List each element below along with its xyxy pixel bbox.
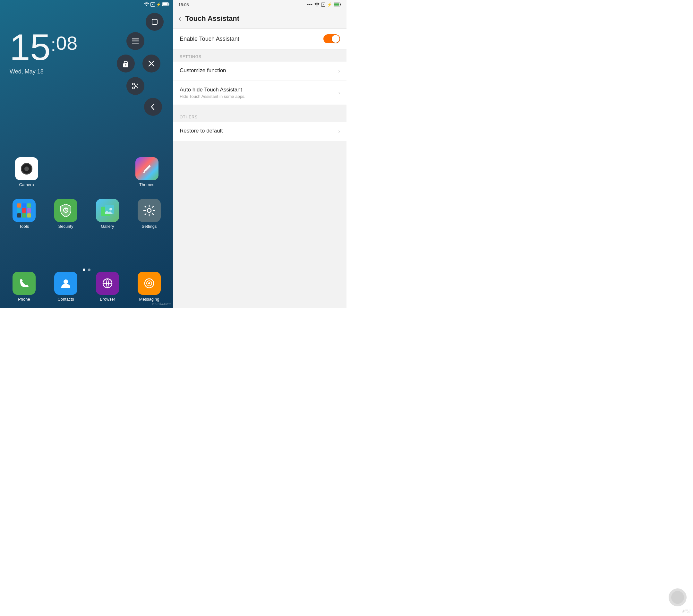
restore-default-title: Restore to default <box>180 128 335 134</box>
status-icons-right: ••• ✕ ⚡ <box>307 2 341 7</box>
contacts-icon <box>54 272 77 295</box>
back-button[interactable]: ‹ <box>178 14 181 24</box>
flash-icon-right: ⚡ <box>327 2 332 7</box>
auto-hide-subtitle: Hide Touch Assistant in some apps. <box>180 94 335 99</box>
page-dot-2[interactable] <box>88 269 91 271</box>
customize-function-content: Customize function <box>180 67 335 75</box>
messaging-label: Messaging <box>139 297 159 302</box>
page-dots <box>83 269 91 271</box>
app-item-contacts[interactable]: Contacts <box>53 272 79 302</box>
flash-icon: ⚡ <box>156 2 161 7</box>
settings-section: SETTINGS Customize function › Auto hide … <box>173 49 346 105</box>
settings-header: ‹ Touch Assistant <box>173 9 346 28</box>
settings-section-header: SETTINGS <box>173 49 346 62</box>
ta-menu-button[interactable] <box>126 32 144 50</box>
svg-rect-2 <box>169 3 170 5</box>
customize-function-row[interactable]: Customize function › <box>173 62 346 81</box>
app-row-1: Camera Themes <box>6 157 167 187</box>
status-bar-left: ✕ ⚡ <box>0 0 173 9</box>
svg-line-16 <box>137 84 138 85</box>
contacts-label: Contacts <box>57 297 74 302</box>
app-row-2: Tools Security <box>3 199 170 229</box>
camera-icon <box>15 157 38 180</box>
ta-square-button[interactable] <box>146 13 164 31</box>
svg-point-29 <box>317 5 318 6</box>
chevron-icon-1: › <box>338 68 340 75</box>
time-colon: : <box>51 34 56 56</box>
svg-rect-32 <box>334 3 339 6</box>
settings-icon <box>138 199 161 222</box>
app-item-browser[interactable]: Browser <box>95 272 120 302</box>
svg-rect-3 <box>163 3 168 5</box>
app-item-gallery[interactable]: Gallery <box>95 199 120 229</box>
settings-rows: Customize function › Auto hide Touch Ass… <box>173 62 346 105</box>
ta-close-button[interactable] <box>142 55 160 73</box>
touch-assistant-settings: 15:08 ••• ✕ ⚡ ‹ Touch Assistant Enable T… <box>173 0 346 308</box>
x-icon: ✕ <box>151 2 155 7</box>
time-display: 15 : 08 Wed, May 18 <box>9 29 77 75</box>
themes-label: Themes <box>139 182 154 187</box>
app-item-phone[interactable]: Phone <box>11 272 37 302</box>
app-item-settings[interactable]: Settings <box>136 199 162 229</box>
enable-touch-assistant-row[interactable]: Enable Touch Assistant <box>173 28 346 49</box>
auto-hide-row[interactable]: Auto hide Touch Assistant Hide Touch Ass… <box>173 81 346 105</box>
date-display: Wed, May 18 <box>9 68 77 75</box>
svg-line-14 <box>134 85 138 88</box>
app-item-tools[interactable]: Tools <box>11 199 37 229</box>
tools-label: Tools <box>19 224 29 229</box>
chevron-icon-3: › <box>338 128 340 135</box>
page-dot-1[interactable] <box>83 269 85 271</box>
svg-point-23 <box>147 208 151 212</box>
gallery-icon <box>96 199 119 222</box>
security-icon <box>54 199 77 222</box>
themes-icon <box>135 157 158 180</box>
camera-label: Camera <box>19 182 34 187</box>
wifi-icon-right <box>314 3 320 6</box>
others-section: OTHERS Restore to default › <box>173 110 346 141</box>
gallery-label: Gallery <box>101 224 114 229</box>
ta-back-button[interactable] <box>144 98 162 116</box>
browser-icon <box>96 272 119 295</box>
app-item-security[interactable]: Security <box>53 199 79 229</box>
status-bar-right: 15:08 ••• ✕ ⚡ <box>173 0 346 9</box>
settings-content: Enable Touch Assistant SETTINGS Customiz… <box>173 28 346 308</box>
home-screen: ✕ ⚡ 15 : 08 Wed, May 18 <box>0 0 173 308</box>
phone-icon <box>13 272 36 295</box>
svg-rect-7 <box>132 43 139 44</box>
restore-default-content: Restore to default <box>180 128 335 135</box>
svg-point-0 <box>146 5 147 6</box>
battery-icon-right <box>334 3 341 6</box>
svg-rect-31 <box>340 4 341 5</box>
app-item-messaging[interactable]: Messaging <box>136 272 162 302</box>
others-rows: Restore to default › <box>173 122 346 141</box>
ta-lock-button[interactable] <box>117 55 135 73</box>
browser-label: Browser <box>100 297 115 302</box>
others-section-header: OTHERS <box>173 110 346 122</box>
svg-point-9 <box>125 64 126 66</box>
auto-hide-title: Auto hide Touch Assistant <box>180 87 335 93</box>
messaging-icon <box>138 272 161 295</box>
app-grid-row2: Tools Security <box>3 199 170 235</box>
svg-rect-4 <box>152 19 157 24</box>
dots-icon: ••• <box>307 2 313 7</box>
page-title: Touch Assistant <box>185 15 239 23</box>
app-grid-row1: Camera Themes <box>6 157 167 194</box>
x-icon-right: ✕ <box>321 3 325 7</box>
app-item-camera[interactable]: Camera <box>14 157 39 187</box>
enable-toggle[interactable] <box>323 34 340 43</box>
customize-function-title: Customize function <box>180 67 335 74</box>
chevron-icon-2: › <box>338 90 340 96</box>
restore-default-row[interactable]: Restore to default › <box>173 122 346 141</box>
app-item-themes[interactable]: Themes <box>134 157 160 187</box>
settings-label: Settings <box>142 224 157 229</box>
status-icons-left: ✕ ⚡ <box>144 2 170 7</box>
security-label: Security <box>58 224 74 229</box>
auto-hide-content: Auto hide Touch Assistant Hide Touch Ass… <box>180 87 335 99</box>
svg-rect-6 <box>132 41 139 42</box>
dock-bar: Phone Contacts Browser <box>3 272 170 302</box>
miui-watermark-left: en.miui.com <box>152 302 171 305</box>
svg-point-22 <box>110 208 112 211</box>
ta-scissors-button[interactable] <box>126 77 144 95</box>
touch-assistant-widget[interactable] <box>125 13 164 119</box>
time-hours: 15 <box>9 29 51 66</box>
